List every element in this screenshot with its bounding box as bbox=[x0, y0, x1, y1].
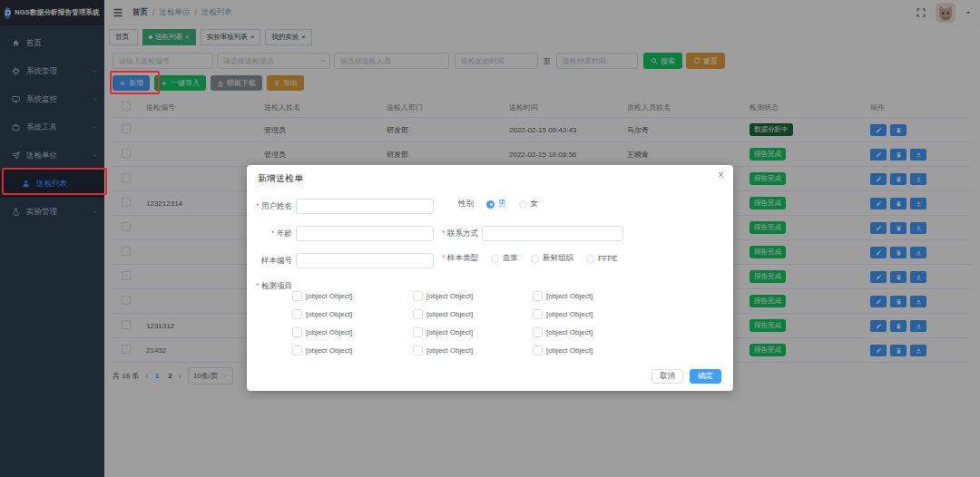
gender-label: 性别 bbox=[448, 199, 474, 209]
username-input[interactable] bbox=[296, 199, 434, 214]
confirm-button[interactable]: 确定 bbox=[690, 369, 721, 384]
checkbox-label: [object Object] bbox=[306, 310, 352, 318]
test-item-checkbox-option[interactable]: [object Object] bbox=[533, 346, 696, 355]
checkbox-label: [object Object] bbox=[306, 292, 352, 300]
sample-type-radio-option[interactable]: FFPE bbox=[586, 254, 618, 263]
test-items-grid: [object Object] [object Object] [object … bbox=[292, 287, 696, 359]
sample-no-label: 样本编号 bbox=[249, 256, 292, 267]
test-item-checkbox-option[interactable]: [object Object] bbox=[413, 346, 533, 355]
checkbox-icon[interactable] bbox=[533, 309, 543, 319]
contact-field-group: 联系方式 bbox=[433, 226, 623, 241]
checkbox-label: [object Object] bbox=[426, 310, 473, 318]
age-field-group: 年龄 bbox=[249, 226, 434, 241]
modal-footer: 取消 确定 bbox=[652, 369, 721, 384]
test-item-checkbox-option[interactable]: [object Object] bbox=[292, 309, 413, 319]
sample-type-radio-option[interactable]: 新鲜组织 bbox=[531, 253, 573, 264]
radio-label: 血浆 bbox=[503, 253, 518, 264]
radio-label: FFPE bbox=[598, 254, 618, 263]
radio-label: 女 bbox=[531, 199, 539, 209]
checkbox-icon[interactable] bbox=[413, 309, 423, 319]
gender-radio-option[interactable]: 男 bbox=[486, 199, 506, 209]
sample-type-label: 样本类型 bbox=[433, 253, 478, 264]
test-item-checkbox-option[interactable]: [object Object] bbox=[292, 327, 413, 337]
checkbox-icon[interactable] bbox=[533, 291, 543, 301]
radio-icon[interactable] bbox=[519, 200, 527, 209]
test-items-label-group: 检测项目 bbox=[249, 281, 292, 292]
username-label: 用户姓名 bbox=[249, 201, 292, 212]
age-input[interactable] bbox=[296, 226, 434, 241]
test-item-checkbox-option[interactable]: [object Object] bbox=[533, 327, 696, 337]
checkbox-label: [object Object] bbox=[546, 310, 593, 318]
gender-field-group: 性别 男 女 bbox=[448, 199, 538, 209]
test-item-checkbox-option[interactable]: [object Object] bbox=[292, 291, 413, 301]
test-items-label: 检测项目 bbox=[249, 281, 292, 292]
sample-no-field-group: 样本编号 bbox=[249, 253, 434, 268]
radio-label: 新鲜组织 bbox=[543, 253, 573, 264]
checkbox-label: [object Object] bbox=[546, 346, 593, 355]
test-item-checkbox-option[interactable]: [object Object] bbox=[533, 309, 696, 319]
radio-icon[interactable] bbox=[531, 255, 539, 263]
sample-type-radio-option[interactable]: 血浆 bbox=[491, 253, 518, 264]
gender-radio-option[interactable]: 女 bbox=[519, 199, 539, 209]
checkbox-icon[interactable] bbox=[413, 291, 423, 301]
modal-title: 新增送检单 bbox=[258, 172, 303, 185]
app-screen: D NGS数据分析报告管理系统 首页 系统管理 系统监控 bbox=[0, 0, 980, 477]
checkbox-label: [object Object] bbox=[546, 328, 593, 336]
new-inspection-modal: 新增送检单 × 用户姓名 性别 男 女 bbox=[247, 165, 733, 391]
test-item-checkbox-option[interactable]: [object Object] bbox=[533, 291, 696, 301]
test-item-checkbox-option[interactable]: [object Object] bbox=[292, 346, 413, 355]
radio-label: 男 bbox=[498, 199, 506, 209]
checkbox-label: [object Object] bbox=[546, 292, 593, 300]
checkbox-icon[interactable] bbox=[292, 291, 302, 301]
contact-label: 联系方式 bbox=[433, 229, 478, 239]
sample-type-field-group: 样本类型 血浆 新鲜组织 FFPE bbox=[433, 253, 618, 264]
test-item-checkbox-option[interactable]: [object Object] bbox=[413, 327, 533, 337]
radio-icon[interactable] bbox=[486, 200, 495, 209]
checkbox-label: [object Object] bbox=[426, 346, 473, 355]
sample-no-input[interactable] bbox=[296, 253, 434, 268]
checkbox-icon[interactable] bbox=[533, 346, 543, 355]
close-icon[interactable]: × bbox=[718, 170, 724, 180]
checkbox-icon[interactable] bbox=[413, 346, 423, 355]
radio-icon[interactable] bbox=[586, 255, 594, 263]
checkbox-label: [object Object] bbox=[426, 328, 473, 336]
age-label: 年龄 bbox=[249, 229, 292, 239]
checkbox-label: [object Object] bbox=[306, 346, 352, 355]
checkbox-icon[interactable] bbox=[413, 327, 423, 337]
test-item-checkbox-option[interactable]: [object Object] bbox=[413, 309, 533, 319]
checkbox-icon[interactable] bbox=[292, 327, 302, 337]
contact-input[interactable] bbox=[482, 226, 623, 241]
checkbox-icon[interactable] bbox=[533, 327, 543, 337]
checkbox-label: [object Object] bbox=[306, 328, 352, 336]
test-item-checkbox-option[interactable]: [object Object] bbox=[413, 291, 533, 301]
checkbox-icon[interactable] bbox=[292, 346, 302, 355]
cancel-button[interactable]: 取消 bbox=[652, 369, 683, 384]
checkbox-icon[interactable] bbox=[292, 309, 302, 319]
username-field-group: 用户姓名 bbox=[249, 199, 434, 214]
checkbox-label: [object Object] bbox=[426, 292, 473, 300]
radio-icon[interactable] bbox=[491, 255, 499, 263]
